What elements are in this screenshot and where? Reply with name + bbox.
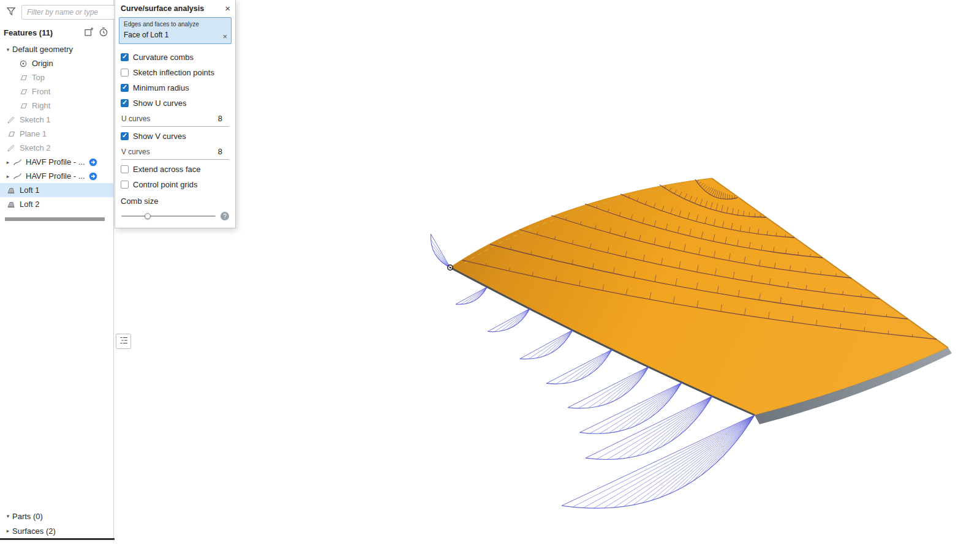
option-label: Sketch inflection points: [133, 68, 214, 77]
edges-faces-selection-field[interactable]: Edges and faces to analyze Face of Loft …: [119, 17, 232, 44]
feature-item-loft-2[interactable]: Loft 2: [0, 197, 113, 211]
parts-header-label: Parts (0): [12, 512, 43, 521]
checkbox[interactable]: [121, 132, 129, 140]
panel-bottom-divider: [0, 538, 115, 540]
extend-across-face-option[interactable]: Extend across face: [115, 162, 235, 177]
chevron-down-icon[interactable]: ▾: [4, 513, 12, 519]
features-header-label: Features (11): [4, 28, 53, 37]
loft-icon: [6, 200, 16, 209]
feature-item-default-geometry[interactable]: ▾ Default geometry: [0, 42, 113, 56]
show-u-curves-option[interactable]: Show U curves: [115, 96, 235, 111]
feature-item-sketch-2[interactable]: Sketch 2: [0, 141, 113, 155]
feature-label: Sketch 2: [20, 143, 51, 152]
feature-label: Loft 1: [20, 186, 40, 195]
insert-feature-icon[interactable]: [84, 27, 94, 39]
checkbox[interactable]: [121, 53, 129, 61]
curve-surface-analysis-dialog: Curve/surface analysis × Edges and faces…: [115, 0, 236, 228]
option-label: Show U curves: [133, 99, 186, 108]
surfaces-section-header[interactable]: ▸ Surfaces (2): [0, 523, 113, 538]
feature-label: Top: [32, 73, 45, 82]
feature-item-havf-profile-2[interactable]: ▸ HAVF Profile - ...: [0, 169, 113, 183]
field-label: V curves: [121, 148, 218, 156]
feature-label: Origin: [32, 59, 53, 68]
option-label: Minimum radius: [133, 83, 189, 92]
parts-section-header[interactable]: ▾ Parts (0): [0, 509, 113, 523]
origin-icon: [18, 59, 28, 68]
feature-label: Sketch 1: [20, 115, 51, 124]
chevron-right-icon[interactable]: ▸: [4, 528, 12, 534]
u-curves-count-field[interactable]: U curves 8: [121, 111, 229, 127]
option-label: Extend across face: [133, 165, 201, 174]
feature-tree: ▾ Default geometry Origin Top Front: [0, 42, 113, 211]
slider-thumb[interactable]: [145, 213, 151, 219]
sketch-inflection-points-option[interactable]: Sketch inflection points: [115, 65, 235, 80]
feature-item-origin[interactable]: Origin: [0, 56, 113, 70]
feature-item-sketch-1[interactable]: Sketch 1: [0, 113, 113, 127]
v-curves-count-field[interactable]: V curves 8: [121, 144, 229, 160]
selection-field-label: Edges and faces to analyze: [124, 21, 220, 28]
field-value[interactable]: 8: [218, 114, 228, 123]
option-label: Show V curves: [133, 132, 186, 141]
feature-item-right-plane[interactable]: Right: [0, 99, 113, 113]
derived-feature-icon[interactable]: [89, 158, 97, 167]
checkbox[interactable]: [121, 181, 129, 189]
feature-item-plane-1[interactable]: Plane 1: [0, 127, 113, 141]
sidebar-spacer: [0, 221, 113, 509]
plane-icon: [18, 73, 28, 82]
comb-size-label: Comb size: [115, 192, 235, 207]
close-icon[interactable]: ×: [225, 5, 230, 12]
feature-label: Right: [32, 101, 50, 110]
profile-curve-icon: [12, 157, 22, 167]
help-icon[interactable]: ?: [221, 212, 229, 220]
feature-item-front-plane[interactable]: Front: [0, 84, 113, 99]
feature-item-loft-1[interactable]: Loft 1: [0, 183, 113, 197]
feature-item-havf-profile-1[interactable]: ▸ HAVF Profile - ...: [0, 155, 113, 169]
loft-icon: [6, 186, 16, 195]
wing-model-canvas: [115, 0, 980, 551]
feature-list-toggle-button[interactable]: [116, 334, 131, 349]
profile-curve-icon: [12, 171, 22, 181]
feature-label: Default geometry: [12, 45, 73, 54]
feature-tree-panel: Features (11) ▾ Default geometry: [0, 0, 114, 538]
checkbox[interactable]: [121, 165, 129, 173]
surfaces-header-label: Surfaces (2): [12, 527, 56, 536]
history-icon[interactable]: [99, 27, 108, 39]
feature-label: Plane 1: [20, 129, 47, 138]
option-label: Control point grids: [133, 180, 198, 189]
derived-feature-icon[interactable]: [89, 172, 97, 181]
feature-list-icon: [119, 335, 129, 348]
option-label: Curvature combs: [133, 53, 194, 62]
filter-icon[interactable]: [6, 7, 17, 18]
curvature-combs-option[interactable]: Curvature combs: [115, 50, 235, 65]
sketch-icon: [6, 143, 16, 152]
control-point-grids-option[interactable]: Control point grids: [115, 177, 235, 192]
feature-label: HAVF Profile - ...: [26, 157, 85, 167]
checkbox[interactable]: [121, 84, 129, 92]
comb-size-slider[interactable]: [121, 216, 216, 217]
chevron-right-icon[interactable]: ▸: [4, 173, 12, 179]
show-v-curves-option[interactable]: Show V curves: [115, 129, 235, 144]
feature-label: Front: [32, 87, 50, 96]
plane-icon: [18, 87, 28, 96]
chevron-right-icon[interactable]: ▸: [4, 159, 12, 165]
minimum-radius-option[interactable]: Minimum radius: [115, 80, 235, 96]
checkbox[interactable]: [121, 69, 129, 77]
clear-selection-icon[interactable]: ×: [222, 33, 227, 40]
feature-label: HAVF Profile - ...: [26, 171, 85, 181]
field-label: U curves: [121, 114, 218, 123]
chevron-down-icon[interactable]: ▾: [4, 47, 12, 53]
plane-icon: [6, 129, 16, 138]
feature-item-top-plane[interactable]: Top: [0, 70, 113, 84]
dialog-title: Curve/surface analysis: [121, 4, 225, 13]
filter-input[interactable]: [21, 5, 127, 20]
field-value[interactable]: 8: [218, 147, 228, 156]
plane-icon: [18, 101, 28, 110]
sketch-icon: [6, 115, 16, 124]
selection-field-value: Face of Loft 1: [124, 31, 220, 39]
feature-label: Loft 2: [20, 200, 40, 209]
checkbox[interactable]: [121, 99, 129, 107]
3d-viewport[interactable]: [115, 0, 980, 551]
